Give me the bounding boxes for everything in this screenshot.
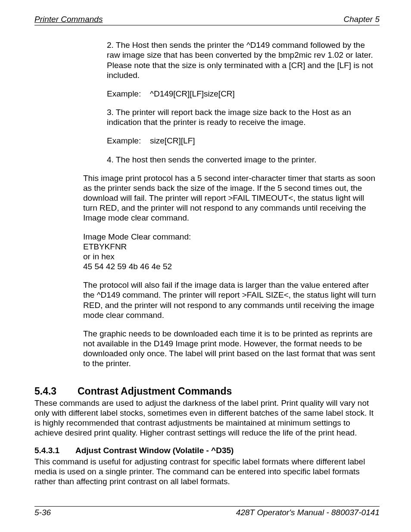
page-footer: 5-36 428T Operator's Manual - 880037-014… xyxy=(34,506,380,517)
clear-command-block: Image Mode Clear command: ETBYKFNR or in… xyxy=(83,232,380,272)
header-left: Printer Commands xyxy=(34,14,103,24)
clear-cmd-line1: Image Mode Clear command: xyxy=(83,232,380,242)
example-2: Example: size[CR][LF] xyxy=(107,136,380,146)
timeout-paragraph: This image print protocol has a 5 second… xyxy=(83,173,380,223)
example-label: Example: xyxy=(107,136,150,146)
section-number: 5.4.3 xyxy=(34,385,78,397)
example-value: size[CR][LF] xyxy=(150,136,195,146)
step-2: 2. The Host then sends the printer the ^… xyxy=(107,40,380,80)
subsection-text: This command is useful for adjusting con… xyxy=(34,457,380,487)
download-note-paragraph: The graphic needs to be downloaded each … xyxy=(83,329,380,369)
section-text: These commands are used to adjust the da… xyxy=(34,398,380,438)
clear-cmd-line2: ETBYKFNR xyxy=(83,242,380,252)
example-label: Example: xyxy=(107,89,150,99)
section-heading: 5.4.3Contrast Adjustment Commands xyxy=(34,385,380,397)
section-title: Contrast Adjustment Commands xyxy=(78,386,232,397)
header-right: Chapter 5 xyxy=(344,14,380,24)
footer-left: 5-36 xyxy=(34,507,51,517)
clear-cmd-line4: 45 54 42 59 4b 46 4e 52 xyxy=(83,261,380,271)
example-value: ^D149[CR][LF]size[CR] xyxy=(150,89,235,99)
step-4: 4. The host then sends the converted ima… xyxy=(107,155,380,165)
example-1: Example: ^D149[CR][LF]size[CR] xyxy=(107,89,380,99)
subsection-heading: 5.4.3.1Adjust Contrast Window (Volatile … xyxy=(34,445,380,455)
subsection-number: 5.4.3.1 xyxy=(34,445,75,455)
page-header: Printer Commands Chapter 5 xyxy=(34,14,380,25)
footer-right: 428T Operator's Manual - 880037-0141 xyxy=(236,507,380,517)
subsection-title: Adjust Contrast Window (Volatile - ^D35) xyxy=(75,446,234,455)
fail-size-paragraph: The protocol will also fail if the image… xyxy=(83,280,380,320)
clear-cmd-line3: or in hex xyxy=(83,252,380,261)
step-3: 3. The printer will report back the imag… xyxy=(107,107,380,127)
